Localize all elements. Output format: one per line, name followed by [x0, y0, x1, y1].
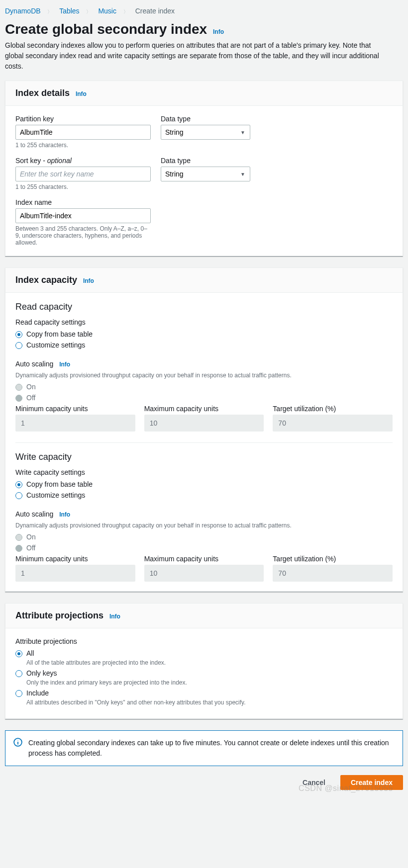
write-min-label: Minimum capacity units — [15, 555, 135, 563]
partition-key-label: Partition key — [15, 115, 151, 123]
read-capacity-heading: Read capacity — [15, 302, 393, 312]
index-capacity-header: Index capacity — [15, 275, 77, 285]
projection-include-radio[interactable]: Include — [15, 689, 393, 697]
write-autoscaling-info[interactable]: Info — [59, 511, 70, 518]
sort-type-select[interactable]: String — [161, 167, 250, 181]
chevron-right-icon: 〉 — [86, 8, 91, 15]
partition-key-hint: 1 to 255 characters. — [15, 142, 151, 149]
write-autoscaling-hint: Dynamically adjusts provisioned throughp… — [15, 522, 393, 529]
alert-message: Creating global secondary indexes can ta… — [28, 738, 395, 759]
write-settings-label: Write capacity settings — [15, 468, 393, 476]
read-autoscaling-info[interactable]: Info — [59, 361, 70, 368]
projections-info[interactable]: Info — [109, 613, 120, 620]
projection-include-desc: All attributes described in "Only keys" … — [26, 699, 393, 706]
breadcrumb: DynamoDB 〉 Tables 〉 Music 〉 Create index — [5, 5, 403, 21]
projection-all-radio[interactable]: All — [15, 649, 393, 657]
radio-icon — [15, 342, 22, 349]
breadcrumb-dynamodb[interactable]: DynamoDB — [5, 7, 41, 15]
read-target-label: Target utilization (%) — [273, 405, 393, 413]
page-title: Create global secondary index — [5, 21, 207, 37]
projections-header: Attribute projections — [15, 610, 103, 620]
sort-type-label: Data type — [161, 157, 250, 165]
read-max-label: Maximum capacity units — [144, 405, 264, 413]
page-description: Global secondary indexes allow you to pe… — [5, 40, 383, 72]
page-info-link[interactable]: Info — [213, 28, 224, 35]
radio-icon — [15, 331, 22, 338]
breadcrumb-current: Create index — [135, 7, 175, 15]
index-capacity-panel: Index capacity Info Read capacity Read c… — [5, 267, 403, 592]
write-customize-radio[interactable]: Customize settings — [15, 491, 393, 499]
read-copy-base-radio[interactable]: Copy from base table — [15, 330, 393, 338]
radio-icon — [15, 690, 22, 697]
sort-key-input[interactable] — [15, 167, 151, 181]
attribute-projections-panel: Attribute projections Info Attribute pro… — [5, 603, 403, 719]
write-capacity-heading: Write capacity — [15, 452, 393, 462]
write-copy-base-radio[interactable]: Copy from base table — [15, 480, 393, 488]
radio-icon — [15, 492, 22, 499]
index-details-panel: Index details Info Partition key 1 to 25… — [5, 81, 403, 257]
index-capacity-info[interactable]: Info — [83, 277, 94, 284]
partition-key-input[interactable] — [15, 125, 151, 140]
index-details-info[interactable]: Info — [76, 90, 87, 97]
write-autoscaling-off-radio: Off — [15, 544, 393, 552]
read-min-value: 1 — [15, 415, 135, 432]
radio-icon — [15, 670, 22, 677]
sort-key-label: Sort key - optional — [15, 157, 151, 165]
read-target-value: 70 — [273, 415, 393, 432]
projection-keys-desc: Only the index and primary keys are proj… — [26, 679, 393, 686]
chevron-right-icon: 〉 — [123, 8, 128, 15]
breadcrumb-music[interactable]: Music — [98, 7, 116, 15]
info-alert: Creating global secondary indexes can ta… — [5, 730, 403, 766]
read-min-label: Minimum capacity units — [15, 405, 135, 413]
index-name-hint: Between 3 and 255 characters. Only A–Z, … — [15, 225, 151, 246]
projections-label: Attribute projections — [15, 637, 393, 645]
read-autoscaling-label: Auto scaling — [15, 360, 53, 368]
write-target-label: Target utilization (%) — [273, 555, 393, 563]
radio-icon — [15, 395, 22, 402]
svg-point-2 — [17, 740, 18, 740]
sort-key-hint: 1 to 255 characters. — [15, 183, 151, 190]
partition-type-label: Data type — [161, 115, 250, 123]
breadcrumb-tables[interactable]: Tables — [59, 7, 79, 15]
write-max-value: 10 — [144, 565, 264, 582]
read-customize-radio[interactable]: Customize settings — [15, 341, 393, 349]
write-target-value: 70 — [273, 565, 393, 582]
info-icon — [13, 738, 22, 747]
read-settings-label: Read capacity settings — [15, 318, 393, 326]
read-autoscaling-hint: Dynamically adjusts provisioned throughp… — [15, 372, 393, 379]
partition-type-select[interactable]: String — [161, 125, 250, 140]
create-index-button[interactable]: Create index — [340, 775, 403, 790]
radio-icon — [15, 534, 22, 541]
chevron-right-icon: 〉 — [47, 8, 52, 15]
projection-keys-radio[interactable]: Only keys — [15, 669, 393, 677]
index-details-header: Index details — [15, 88, 70, 98]
radio-icon — [15, 545, 22, 552]
projection-all-desc: All of the table attributes are projecte… — [26, 659, 393, 666]
write-min-value: 1 — [15, 565, 135, 582]
read-autoscaling-off-radio: Off — [15, 394, 393, 402]
index-name-label: Index name — [15, 198, 393, 206]
read-autoscaling-on-radio: On — [15, 383, 393, 391]
write-autoscaling-on-radio: On — [15, 533, 393, 541]
index-name-input[interactable] — [15, 208, 151, 223]
cancel-button[interactable]: Cancel — [293, 775, 335, 790]
radio-icon — [15, 650, 22, 657]
radio-icon — [15, 481, 22, 488]
read-max-value: 10 — [144, 415, 264, 432]
radio-icon — [15, 384, 22, 391]
write-autoscaling-label: Auto scaling — [15, 510, 53, 518]
write-max-label: Maximum capacity units — [144, 555, 264, 563]
divider — [15, 442, 393, 443]
